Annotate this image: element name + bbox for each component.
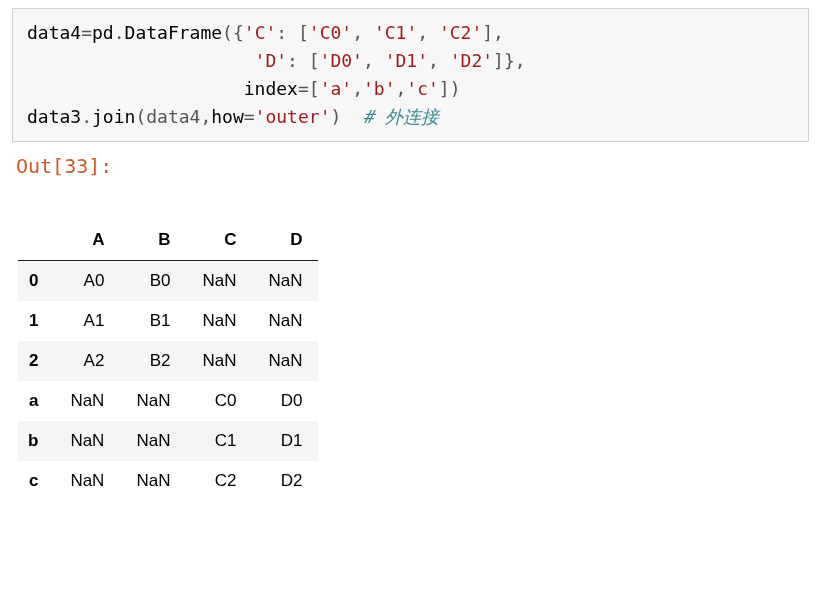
code-tok: .: [81, 106, 92, 127]
cell: D1: [252, 421, 318, 461]
code-tok: ]},: [493, 50, 526, 71]
code-tok: =: [81, 22, 92, 43]
code-tok: 'D2': [450, 50, 493, 71]
cell: B1: [120, 301, 186, 341]
code-tok: 'D': [255, 50, 288, 71]
table-row: c NaN NaN C2 D2: [18, 461, 318, 501]
cell: NaN: [54, 381, 120, 421]
table-header-row: A B C D: [18, 220, 318, 261]
code-tok: ): [330, 106, 363, 127]
cell: A0: [54, 260, 120, 301]
table-row: 1 A1 B1 NaN NaN: [18, 301, 318, 341]
code-tok: 'C2': [439, 22, 482, 43]
code-tok: : [: [276, 22, 309, 43]
cell: NaN: [252, 301, 318, 341]
code-tok: 'outer': [255, 106, 331, 127]
cell: NaN: [54, 461, 120, 501]
cell: NaN: [186, 260, 252, 301]
code-tok: (data4,: [135, 106, 211, 127]
cell: D0: [252, 381, 318, 421]
code-tok: .: [114, 22, 125, 43]
code-tok: 'C1': [374, 22, 417, 43]
code-tok: ,: [417, 22, 439, 43]
code-tok: ,: [396, 78, 407, 99]
cell: C1: [186, 421, 252, 461]
code-tok: data3: [27, 106, 81, 127]
code-tok: 'a': [320, 78, 353, 99]
table-row: 0 A0 B0 NaN NaN: [18, 260, 318, 301]
code-tok: 'b': [363, 78, 396, 99]
cell: B2: [120, 341, 186, 381]
code-tok: pd: [92, 22, 114, 43]
code-tok: ,: [352, 78, 363, 99]
code-tok: : [: [287, 50, 320, 71]
code-tok: data4: [27, 22, 81, 43]
cell: NaN: [186, 301, 252, 341]
code-tok: ,: [428, 50, 450, 71]
table-row: b NaN NaN C1 D1: [18, 421, 318, 461]
dataframe-table: A B C D 0 A0 B0 NaN NaN 1 A1 B1 NaN NaN: [18, 220, 318, 501]
code-tok: =[: [298, 78, 320, 99]
table-corner: [18, 220, 54, 261]
output-prompt: Out[33]:: [2, 152, 821, 184]
code-tok: 'D1': [385, 50, 428, 71]
code-tok: 'C0': [309, 22, 352, 43]
table-row: 2 A2 B2 NaN NaN: [18, 341, 318, 381]
code-tok: join: [92, 106, 135, 127]
cell: A2: [54, 341, 120, 381]
row-index: a: [18, 381, 54, 421]
cell: NaN: [252, 341, 318, 381]
cell: A1: [54, 301, 120, 341]
cell: D2: [252, 461, 318, 501]
code-tok: ,: [363, 50, 385, 71]
col-header: D: [252, 220, 318, 261]
row-index: 2: [18, 341, 54, 381]
code-pad: [27, 50, 255, 71]
cell: NaN: [186, 341, 252, 381]
cell: NaN: [252, 260, 318, 301]
code-cell: data4=pd.DataFrame({'C': ['C0', 'C1', 'C…: [12, 8, 809, 142]
cell: C2: [186, 461, 252, 501]
cell: C0: [186, 381, 252, 421]
row-index: 0: [18, 260, 54, 301]
row-index: c: [18, 461, 54, 501]
code-tok: 'C': [244, 22, 277, 43]
code-tok: index: [244, 78, 298, 99]
cell: B0: [120, 260, 186, 301]
code-tok: ({: [222, 22, 244, 43]
cell: NaN: [54, 421, 120, 461]
code-tok: how: [211, 106, 244, 127]
col-header: A: [54, 220, 120, 261]
code-tok: ]): [439, 78, 461, 99]
code-pad: [27, 78, 244, 99]
row-index: b: [18, 421, 54, 461]
table-row: a NaN NaN C0 D0: [18, 381, 318, 421]
col-header: C: [186, 220, 252, 261]
code-tok-comment: # 外连接: [363, 106, 439, 127]
code-tok: 'D0': [320, 50, 363, 71]
code-tok: 'c': [406, 78, 439, 99]
cell: NaN: [120, 461, 186, 501]
cell: NaN: [120, 421, 186, 461]
code-tok: =: [244, 106, 255, 127]
output-table-wrap: A B C D 0 A0 B0 NaN NaN 1 A1 B1 NaN NaN: [0, 184, 821, 501]
row-index: 1: [18, 301, 54, 341]
cell: NaN: [120, 381, 186, 421]
code-tok: DataFrame: [125, 22, 223, 43]
code-tok: ,: [352, 22, 374, 43]
code-tok: ],: [482, 22, 504, 43]
col-header: B: [120, 220, 186, 261]
